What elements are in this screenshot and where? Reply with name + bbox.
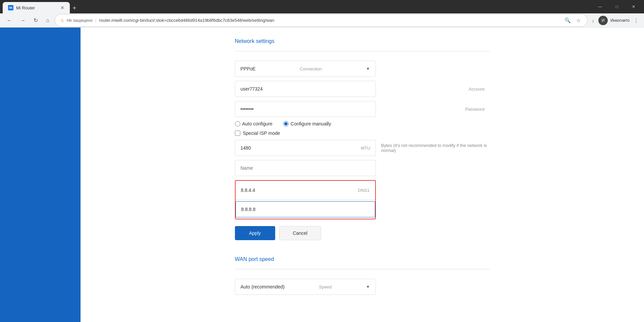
- special-isp-label: Special ISP mode: [243, 130, 280, 136]
- sidebar: [0, 28, 81, 322]
- dns1-field: DNS1: [236, 181, 375, 200]
- form-container: Network settings PPPoE Connection ▼ Acco…: [235, 38, 490, 295]
- password-input[interactable]: [235, 101, 376, 117]
- connection-dropdown[interactable]: PPPoE Connection ▼: [235, 61, 376, 77]
- account-field: Account: [235, 81, 490, 97]
- section-divider: [235, 51, 490, 51]
- maximize-button[interactable]: □: [609, 1, 625, 12]
- wan-speed-chevron-down-icon: ▼: [366, 284, 370, 289]
- new-tab-button[interactable]: +: [70, 3, 79, 13]
- tab-close-icon[interactable]: ✕: [60, 5, 64, 10]
- address-bar[interactable]: ⚠ Не защищено | router.miwifi.com/cgi-bi…: [55, 14, 588, 27]
- mtu-row: MTU Bytes (It's not recommended to modif…: [235, 140, 490, 156]
- chevron-down-icon: ▼: [366, 66, 370, 71]
- auto-configure-radio-label[interactable]: Auto configure: [235, 121, 273, 126]
- browser-chrome: Mi Mi Router ✕ + — □ ✕: [0, 0, 644, 13]
- tab-title: Mi Router: [16, 5, 35, 10]
- special-isp-checkbox-row: Special ISP mode: [235, 130, 490, 136]
- button-row: Apply Cancel: [235, 226, 490, 240]
- window-controls: — □ ✕: [592, 1, 641, 12]
- address-bar-row: ← → ↻ ⌂ ⚠ Не защищено | router.miwifi.co…: [0, 13, 644, 28]
- dns2-field: [236, 200, 375, 219]
- bookmark-icon[interactable]: ☆: [575, 16, 582, 25]
- configure-manually-radio-label[interactable]: Configure manually: [283, 121, 331, 126]
- main-layout: Network settings PPPoE Connection ▼ Acco…: [0, 28, 644, 322]
- apply-button[interactable]: Apply: [235, 226, 275, 240]
- wan-speed-dropdown[interactable]: Auto (recommended) Speed ▼: [235, 279, 376, 295]
- cancel-button[interactable]: Cancel: [279, 226, 321, 240]
- download-icon[interactable]: ↓: [590, 16, 596, 24]
- reload-button[interactable]: ↻: [31, 16, 41, 25]
- wan-speed-field: Auto (recommended) Speed ▼: [235, 279, 490, 295]
- connection-value: PPPoE: [241, 66, 256, 71]
- name-input[interactable]: [235, 160, 376, 176]
- mtu-input[interactable]: [235, 140, 376, 156]
- dns2-input[interactable]: [236, 201, 375, 217]
- network-settings-title: Network settings: [235, 38, 490, 44]
- home-button[interactable]: ⌂: [43, 16, 52, 25]
- connection-field: PPPoE Connection ▼: [235, 61, 490, 77]
- minimize-button[interactable]: —: [592, 1, 608, 12]
- content-area: Network settings PPPoE Connection ▼ Acco…: [81, 28, 644, 322]
- special-isp-checkbox[interactable]: [235, 130, 240, 136]
- auto-configure-radio[interactable]: [235, 121, 240, 126]
- back-button[interactable]: ←: [4, 16, 15, 25]
- wan-port-speed-title: WAN port speed: [235, 256, 490, 262]
- security-text: Не защищено: [67, 18, 93, 23]
- close-button[interactable]: ✕: [626, 1, 641, 12]
- tab-favicon: Mi: [8, 5, 13, 10]
- active-tab[interactable]: Mi Mi Router ✕: [3, 2, 70, 13]
- configure-manually-text: Configure manually: [291, 121, 331, 126]
- dns1-label: DNS1: [358, 188, 370, 193]
- password-field: Password: [235, 101, 490, 117]
- dns-section: DNS1: [235, 180, 376, 219]
- password-label: Password: [465, 107, 484, 112]
- profile-circle[interactable]: И: [598, 16, 608, 25]
- name-field: [235, 160, 490, 176]
- tab-bar: Mi Mi Router ✕ +: [3, 0, 79, 13]
- account-label: Account: [469, 87, 485, 92]
- incognito-label: Инкогнито: [610, 18, 630, 23]
- forward-button[interactable]: →: [17, 16, 28, 25]
- account-input[interactable]: [235, 81, 376, 97]
- wan-speed-label-text: Speed: [319, 284, 332, 289]
- wan-speed-value: Auto (recommended): [241, 284, 285, 289]
- url-separator: |: [95, 18, 96, 23]
- radio-group: Auto configure Configure manually: [235, 121, 490, 126]
- mtu-label: MTU: [361, 146, 370, 151]
- connection-label-text: Connection: [300, 66, 322, 71]
- auto-configure-text: Auto configure: [242, 121, 273, 126]
- wan-section-divider: [235, 269, 490, 269]
- wan-section: WAN port speed Auto (recommended) Speed …: [235, 256, 490, 295]
- mtu-note: Bytes (It's not recommended to modify if…: [381, 143, 490, 153]
- search-icon: 🔍: [563, 16, 572, 25]
- address-bar-icons: ↓ И Инкогнито ⋮: [590, 16, 640, 25]
- mtu-field: MTU: [235, 140, 376, 156]
- configure-manually-radio[interactable]: [283, 121, 289, 126]
- url-text: router.miwifi.com/cgi-bin/luci/;stok=cbc…: [99, 18, 560, 23]
- menu-icon[interactable]: ⋮: [632, 16, 640, 25]
- dns1-input[interactable]: [236, 182, 375, 198]
- security-warning-icon: ⚠: [60, 18, 64, 23]
